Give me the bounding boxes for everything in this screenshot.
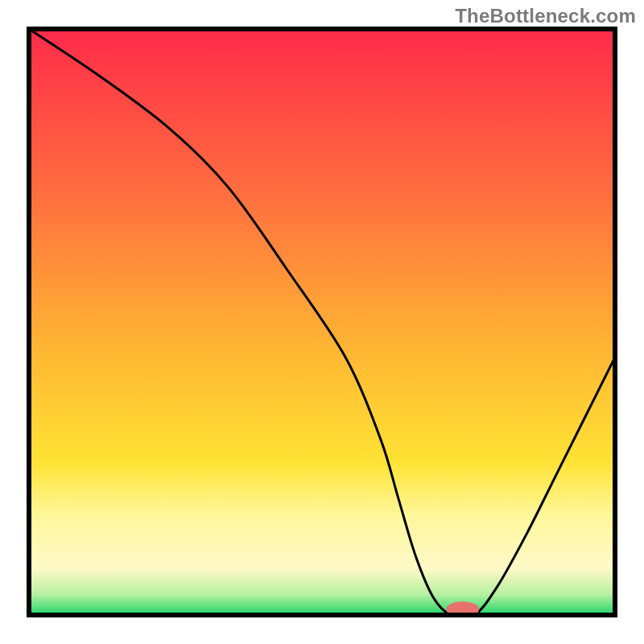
watermark-text: TheBottleneck.com — [455, 5, 636, 27]
chart-svg — [0, 0, 644, 644]
